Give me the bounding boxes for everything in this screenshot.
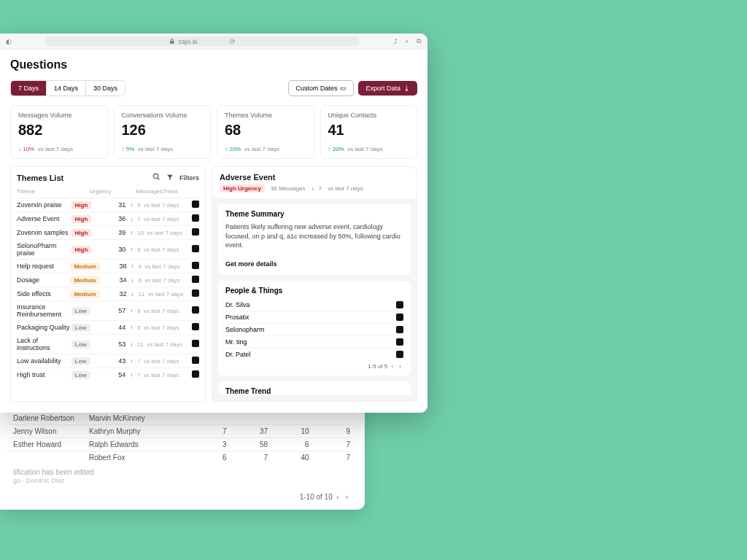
people-name: Dr. Patel — [225, 351, 251, 358]
urgency-badge: Low — [71, 341, 90, 349]
action-icon[interactable] — [192, 340, 199, 347]
chevron-right-icon[interactable]: › — [397, 363, 403, 370]
share-icon[interactable]: ⤴︎ — [391, 37, 400, 46]
tabs-icon[interactable]: ⧉ — [414, 37, 423, 46]
theme-trend: 8 vs last 7 days — [130, 324, 190, 331]
theme-row[interactable]: Low availability Low 43 7 vs last 7 days — [17, 354, 199, 368]
theme-name: Side effects — [17, 290, 70, 298]
action-icon[interactable] — [192, 306, 199, 314]
action-icon[interactable] — [192, 289, 199, 297]
metric-delta: ↑ 20% vs last 7 days — [328, 146, 410, 152]
theme-name: Zoverxin samples — [17, 229, 71, 236]
theme-row[interactable]: High trust Low 54 7 vs last 7 days — [17, 368, 199, 381]
action-icon[interactable] — [192, 201, 199, 208]
urgency-badge: Low — [71, 324, 90, 332]
theme-messages: 44 — [98, 324, 130, 331]
action-icon[interactable] — [192, 357, 199, 364]
custom-dates-button[interactable]: Custom Dates ▭ — [288, 80, 354, 96]
calendar-icon: ▭ — [340, 85, 347, 92]
theme-row[interactable]: Help request Medium 38 9 vs last 7 days — [17, 259, 199, 273]
theme-row[interactable]: Side effects Medium 32 11 vs last 7 days — [17, 287, 199, 300]
metric-card: Conversations Volume 126 ↑ 5% vs last 7 … — [114, 105, 212, 159]
action-icon[interactable] — [192, 245, 199, 252]
urgency-badge: Low — [71, 307, 90, 315]
theme-name: SelonoPharm praise — [17, 242, 71, 257]
theme-row[interactable]: Insurance Reinbursement Low 57 8 vs last… — [17, 300, 199, 320]
range-7days[interactable]: 7 Days — [11, 81, 46, 96]
theme-row[interactable]: Zoverxin praise High 31 5 vs last 7 days — [17, 198, 199, 211]
table-row[interactable]: Esther HowardRalph Edwards35867 — [9, 438, 356, 451]
theme-trend: 8 vs last 7 days — [130, 308, 190, 314]
range-14days[interactable]: 14 Days — [46, 81, 85, 96]
svg-line-1 — [158, 178, 160, 180]
metric-delta: ↑ 5% vs last 7 days — [122, 146, 204, 152]
urgency-badge: Low — [71, 357, 90, 365]
theme-name: Insurance Reinbursement — [17, 303, 71, 318]
urgency-badge: Low — [71, 371, 90, 379]
people-row[interactable]: Selonopharm — [225, 323, 403, 335]
notification-line: tification has been edited go · Dominic … — [9, 464, 356, 489]
action-icon[interactable] — [192, 276, 199, 283]
table-row[interactable]: Darlene RobertsonMarvin McKinney — [9, 411, 356, 424]
summary-title: Theme Summary — [225, 210, 403, 218]
detail-panel: Adverse Event High Urgency 36 Messages 7… — [212, 166, 417, 402]
theme-trend: 7 vs last 7 days — [130, 372, 190, 378]
range-30days[interactable]: 30 Days — [85, 81, 125, 96]
plus-icon[interactable]: + — [403, 37, 411, 46]
more-details-link[interactable]: Get more details — [225, 260, 277, 268]
theme-name: High trust — [17, 371, 71, 378]
export-button[interactable]: Export Data ⭳ — [358, 81, 417, 96]
people-row[interactable]: Mr. ting — [225, 335, 403, 348]
action-icon[interactable] — [192, 262, 199, 269]
people-row[interactable]: Prosatix — [225, 311, 403, 323]
theme-messages: 54 — [98, 371, 130, 378]
chevron-left-icon[interactable]: ‹ — [389, 363, 395, 370]
action-icon[interactable] — [192, 228, 199, 236]
address-bar[interactable]: 🔒︎ caju.ai ⟳ — [45, 36, 359, 46]
theme-row[interactable]: Dosage Medium 34 6 vs last 7 days — [17, 273, 199, 287]
arrow-down-icon — [311, 185, 317, 192]
theme-messages: 30 — [98, 246, 130, 253]
people-name: Mr. ting — [225, 338, 247, 346]
theme-row[interactable]: Packaging Quality Low 44 8 vs last 7 day… — [17, 320, 199, 334]
summary-text: Patients likely suffering new adverse ev… — [225, 222, 403, 250]
theme-name: Adverse Event — [17, 215, 71, 222]
theme-row[interactable]: SelonoPharm praise High 30 8 vs last 7 d… — [17, 239, 199, 259]
theme-row[interactable]: Lack of instructions Low 53 11 vs last 7… — [17, 334, 199, 354]
table-row[interactable]: Jenny WilsonKathryn Murphy737109 — [9, 424, 356, 438]
action-icon[interactable] — [396, 301, 403, 308]
action-icon[interactable] — [396, 314, 403, 321]
action-icon[interactable] — [192, 214, 199, 222]
theme-row[interactable]: Adverse Event High 36 7 vs last 7 days — [17, 211, 199, 225]
theme-messages: 32 — [100, 290, 131, 298]
action-icon[interactable] — [396, 326, 403, 333]
people-pager: 1-5 of 5 ‹ › — [225, 360, 403, 370]
metric-delta: ↑ 20% vs last 7 days — [225, 146, 306, 152]
people-row[interactable]: Dr. Silva — [225, 299, 403, 311]
theme-row[interactable]: Zoverxin samples High 39 10 vs last 7 da… — [17, 225, 199, 239]
theme-trend: 7 vs last 7 days — [130, 358, 190, 365]
chevron-left-icon[interactable]: ‹ — [335, 493, 341, 501]
theme-name: Low availability — [17, 357, 71, 365]
table-row[interactable]: Robert Fox67407 — [9, 451, 356, 464]
metric-delta: ↓ 10% vs last 7 days — [18, 146, 100, 152]
urgency-badge: High — [71, 229, 92, 237]
people-row[interactable]: Dr. Patel — [225, 348, 403, 360]
people-name: Selonopharm — [225, 326, 265, 333]
chevron-right-icon[interactable]: › — [344, 493, 350, 501]
theme-trend: 9 vs last 7 days — [131, 263, 190, 270]
action-icon[interactable] — [396, 338, 403, 346]
filters-label[interactable]: Filters — [179, 174, 199, 182]
metric-value: 882 — [18, 122, 100, 139]
search-icon[interactable] — [152, 173, 160, 182]
action-icon[interactable] — [192, 370, 199, 378]
action-icon[interactable] — [192, 323, 199, 330]
metric-card: Messages Volume 882 ↓ 10% vs last 7 days — [10, 105, 108, 159]
metric-label: Themes Volume — [225, 112, 306, 119]
summary-card: Theme Summary Patients likely suffering … — [218, 204, 411, 275]
filter-icon[interactable] — [166, 174, 174, 182]
refresh-icon[interactable]: ⟳ — [230, 38, 236, 45]
action-icon[interactable] — [396, 351, 403, 358]
theme-trend: 6 vs last 7 days — [131, 277, 190, 284]
metrics-row: Messages Volume 882 ↓ 10% vs last 7 days… — [10, 105, 417, 159]
